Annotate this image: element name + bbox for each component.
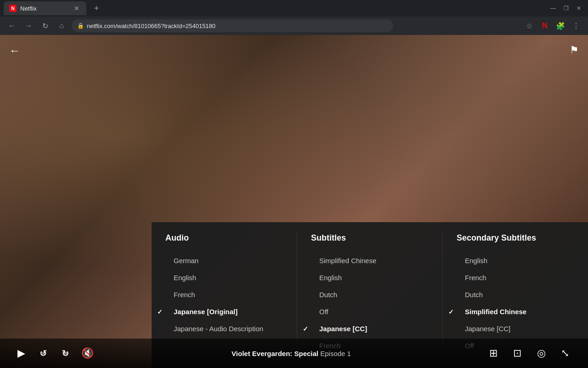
audio-item[interactable]: Japanese - Audio Description xyxy=(165,320,283,337)
rewind-button[interactable]: ↺ 10 xyxy=(33,343,53,363)
secondary-subtitle-item-label: Japanese [CC] xyxy=(465,325,510,333)
episode-title-episode: Episode 1 xyxy=(320,350,351,357)
browser-tab[interactable]: N Netflix ✕ xyxy=(4,1,86,15)
flag-icon-button[interactable]: ⚑ xyxy=(570,44,579,56)
audio-item[interactable]: French xyxy=(165,286,283,303)
volume-button[interactable]: 🔇 xyxy=(77,343,97,363)
audio-item-label: Japanese - Audio Description xyxy=(174,325,263,333)
audio-item[interactable]: German xyxy=(165,252,283,269)
minimize-button[interactable]: — xyxy=(548,3,559,14)
audio-item-label: German xyxy=(174,257,198,264)
secondary-subtitle-item[interactable]: English xyxy=(457,252,574,269)
episode-title: Violet Evergarden: Special Episode 1 xyxy=(99,350,483,357)
subtitle-item-label: English xyxy=(319,274,342,282)
audio-item[interactable]: ✓Japanese [Original] xyxy=(165,303,283,320)
subtitle-item-label: Simplified Chinese xyxy=(319,257,376,264)
audio-item-label: English xyxy=(174,274,196,282)
subtitle-item[interactable]: Off xyxy=(311,303,429,320)
secondary-subtitle-item[interactable]: ✓Simplified Chinese xyxy=(457,303,574,320)
subtitles-column: Subtitles Simplified ChineseEnglishDutch… xyxy=(297,233,443,354)
subtitle-item[interactable]: Dutch xyxy=(311,286,429,303)
subtitle-item[interactable]: ✓Japanese [CC] xyxy=(311,320,429,337)
address-bar[interactable]: 🔒 netflix.com/watch/81010665?trackId=254… xyxy=(72,19,393,32)
close-window-button[interactable]: ✕ xyxy=(573,3,584,14)
secondary-subtitle-item-label: French xyxy=(465,274,486,282)
audio-items-list: GermanEnglishFrench✓Japanese [Original]J… xyxy=(165,252,283,337)
menu-icon[interactable]: ⋮ xyxy=(570,19,582,32)
forward-button[interactable]: ↻ 10 xyxy=(55,343,75,363)
netflix-extension-icon[interactable]: N xyxy=(538,19,551,32)
subtitles-header: Subtitles xyxy=(311,233,429,243)
episodes-button[interactable]: ⊞ xyxy=(483,343,503,363)
audio-item-label: Japanese [Original] xyxy=(174,308,237,316)
secondary-subtitle-item[interactable]: French xyxy=(457,269,574,286)
audio-item-label: French xyxy=(174,291,195,299)
controls-bar: ▶ ↺ 10 ↻ 10 🔇 Violet Evergarden: Special… xyxy=(0,339,588,368)
back-nav-button[interactable]: ← xyxy=(6,19,18,32)
subtitle-item-label: Off xyxy=(319,308,328,316)
episode-title-main: Violet Evergarden: Special xyxy=(232,350,318,357)
secondary-subtitle-item[interactable]: Dutch xyxy=(457,286,574,303)
play-button[interactable]: ▶ xyxy=(11,343,31,363)
forward-nav-button[interactable]: → xyxy=(22,19,35,32)
secondary-subtitle-item-label: Dutch xyxy=(465,291,483,299)
fullscreen-button[interactable]: ⤡ xyxy=(555,343,575,363)
speed-button[interactable]: ◎ xyxy=(531,343,551,363)
subtitle-item-label: Japanese [CC] xyxy=(319,325,367,333)
subtitle-item[interactable]: English xyxy=(311,269,429,286)
back-arrow-button[interactable]: ← xyxy=(9,44,20,57)
secondary-subtitle-item[interactable]: Japanese [CC] xyxy=(457,320,574,337)
checkmark-icon: ✓ xyxy=(448,308,454,316)
right-controls: ⊞ ⊡ ◎ ⤡ xyxy=(483,343,577,363)
forward-label: 10 xyxy=(63,351,68,356)
secondary-subtitle-item-label: Simplified Chinese xyxy=(465,308,526,316)
home-button[interactable]: ⌂ xyxy=(55,19,68,32)
browser-addressbar: ← → ↻ ⌂ 🔒 netflix.com/watch/81010665?tra… xyxy=(0,17,588,35)
lock-icon: 🔒 xyxy=(77,23,84,29)
maximize-button[interactable]: ❐ xyxy=(560,3,571,14)
new-tab-button[interactable]: + xyxy=(90,2,103,15)
checkmark-icon: ✓ xyxy=(157,308,163,316)
audio-item[interactable]: English xyxy=(165,269,283,286)
url-text: netflix.com/watch/81010665?trackId=25401… xyxy=(87,23,215,29)
subtitle-item-label: Dutch xyxy=(319,291,337,299)
checkmark-icon: ✓ xyxy=(303,325,308,333)
subtitle-item[interactable]: Simplified Chinese xyxy=(311,252,429,269)
tab-favicon: N xyxy=(9,5,17,12)
rewind-label: 10 xyxy=(41,351,45,356)
titlebar-controls: — ❐ ✕ xyxy=(548,3,584,14)
browser-titlebar: N Netflix ✕ + — ❐ ✕ xyxy=(0,0,588,17)
bookmark-icon[interactable]: ☆ xyxy=(523,19,536,32)
secondary-subtitles-column: Secondary Subtitles EnglishFrenchDutch✓S… xyxy=(443,233,588,354)
video-area: ← ⚑ Audio GermanEnglishFrench✓Japanese [… xyxy=(0,35,588,368)
secondary-subtitle-item-label: English xyxy=(465,257,487,264)
subtitles-button[interactable]: ⊡ xyxy=(507,343,527,363)
audio-header: Audio xyxy=(165,233,283,243)
address-icons: ☆ N 🧩 ⋮ xyxy=(523,19,582,32)
secondary-subtitles-header: Secondary Subtitles xyxy=(457,233,574,243)
extensions-icon[interactable]: 🧩 xyxy=(554,19,567,32)
tab-title: Netflix xyxy=(20,5,69,12)
tab-close-button[interactable]: ✕ xyxy=(73,4,81,12)
reload-button[interactable]: ↻ xyxy=(39,19,51,32)
audio-column: Audio GermanEnglishFrench✓Japanese [Orig… xyxy=(152,233,297,354)
